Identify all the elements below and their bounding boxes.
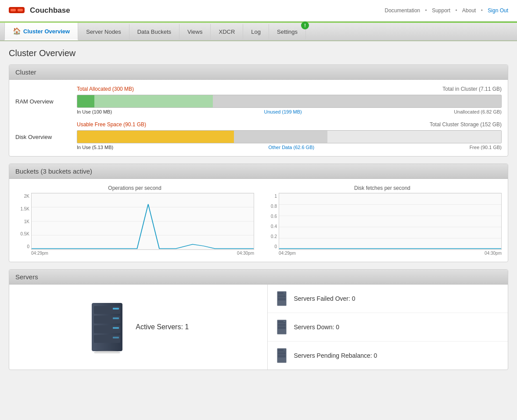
ops-time-start: 04:29pm — [31, 251, 48, 256]
ops-chart-container: Operations per second 2K 1.5K 1K 0.5K 0 — [15, 185, 254, 256]
home-icon: 🏠 — [13, 27, 21, 35]
ram-unallocated-label: Unallocated (6.82 GB) — [454, 109, 502, 114]
ram-unused-label: Unused (199 MB) — [264, 109, 302, 114]
disk-y-04: 0.4 — [263, 224, 277, 229]
svg-rect-30 — [278, 321, 286, 323]
disk-y-06: 0.6 — [263, 214, 277, 219]
nav-settings[interactable]: Settings ! — [269, 24, 306, 39]
ops-y-0: 0 — [15, 244, 29, 249]
disk-inuse-label: In Use (5.13 MB) — [77, 145, 113, 150]
documentation-link[interactable]: Documentation — [385, 7, 420, 14]
ops-y-1k: 1K — [15, 219, 29, 224]
server-stat-down: Servers Down: 0 — [268, 313, 508, 342]
cluster-panel: Cluster Total Allocated (300 MB) Total i… — [9, 64, 508, 157]
ops-y-axis: 2K 1.5K 1K 0.5K 0 — [15, 193, 31, 250]
ram-overview-header: Total Allocated (300 MB) Total in Cluste… — [15, 86, 502, 92]
disk-time-start: 04:29pm — [279, 251, 296, 256]
svg-rect-17 — [94, 325, 120, 333]
svg-rect-37 — [278, 355, 286, 357]
ram-allocated-label: Total Allocated (300 MB) — [77, 86, 134, 92]
disk-bar-wrapper: Disk Overview — [15, 130, 502, 143]
sep2: • — [456, 7, 457, 14]
svg-rect-1 — [11, 9, 16, 11]
disk-free-label: Free (90.1 GB) — [470, 145, 502, 150]
disk-label: Disk Overview — [15, 134, 72, 140]
charts-row: Operations per second 2K 1.5K 1K 0.5K 0 — [15, 185, 502, 256]
ram-inuse-bar — [77, 95, 94, 108]
about-link[interactable]: About — [462, 7, 476, 14]
cluster-panel-body: Total Allocated (300 MB) Total in Cluste… — [9, 80, 508, 156]
server-failedover-icon — [275, 291, 289, 306]
svg-rect-19 — [113, 308, 119, 310]
svg-rect-27 — [278, 298, 286, 300]
servers-rebalance-label: Servers Pending Rebalance: 0 — [294, 352, 377, 359]
svg-rect-28 — [283, 293, 285, 293]
disk-free-bar — [327, 131, 501, 143]
disk-time-end: 04:30pm — [485, 251, 502, 256]
svg-rect-18 — [94, 335, 120, 343]
disk-y-0: 0 — [263, 244, 277, 249]
disk-y-02: 0.2 — [263, 234, 277, 239]
ram-bar — [77, 95, 502, 108]
disk-other-label: Other Data (62.6 GB) — [269, 145, 315, 150]
header-links: Documentation • Support • About • Sign O… — [383, 7, 510, 14]
sep1: • — [425, 7, 427, 14]
nav-views[interactable]: Views — [180, 24, 211, 39]
disk-chart-container: Disk fetches per second 1 0.8 0.6 0.4 0.… — [263, 185, 502, 256]
nav-log[interactable]: Log — [243, 24, 269, 39]
disk-other-bar — [234, 131, 327, 143]
server-stat-rebalance: Servers Pending Rebalance: 0 — [268, 342, 508, 370]
server-rebalance-icon — [275, 348, 289, 363]
svg-rect-33 — [283, 321, 285, 322]
support-link[interactable]: Support — [432, 7, 450, 14]
logo: Couchbase — [7, 4, 70, 18]
disk-chart-footer: 04:29pm 04:30pm — [279, 251, 502, 256]
nav: 🏠 Cluster Overview Server Nodes Data Buc… — [0, 23, 517, 41]
ram-unalloc-bar — [213, 95, 501, 108]
disk-total-label: Total Cluster Storage (152 GB) — [430, 121, 502, 128]
page-title: Cluster Overview — [9, 48, 508, 58]
ops-time-end: 04:30pm — [237, 251, 254, 256]
server-down-icon — [275, 319, 289, 335]
disk-bar-labels: In Use (5.13 MB) Other Data (62.6 GB) Fr… — [77, 145, 502, 150]
buckets-panel-body: Operations per second 2K 1.5K 1K 0.5K 0 — [9, 179, 508, 262]
disk-chart-area — [279, 193, 502, 250]
servers-down-label: Servers Down: 0 — [294, 324, 339, 331]
nav-views-label: Views — [187, 28, 202, 35]
nav-cluster-overview-label: Cluster Overview — [23, 28, 70, 35]
svg-rect-36 — [278, 352, 286, 354]
servers-panel-header: Servers — [9, 270, 508, 285]
svg-rect-22 — [113, 337, 119, 338]
servers-content: Active Servers: 1 Servers Failed Over: 0 — [9, 285, 508, 370]
header: Couchbase Documentation • Support • Abou… — [0, 0, 517, 21]
ram-bar-wrapper: RAM Overview — [15, 95, 502, 108]
nav-server-nodes[interactable]: Server Nodes — [78, 24, 129, 39]
server-image — [87, 301, 127, 353]
logo-text: Couchbase — [30, 6, 70, 15]
svg-rect-16 — [94, 316, 120, 324]
svg-rect-38 — [283, 350, 285, 350]
cluster-title: Cluster — [15, 68, 36, 76]
disk-y-1: 1 — [263, 194, 277, 199]
nav-cluster-overview[interactable]: 🏠 Cluster Overview — [4, 23, 78, 40]
ram-bar-labels: In Use (100 MB) Unused (199 MB) Unalloca… — [77, 109, 502, 114]
ops-chart-footer: 04:29pm 04:30pm — [31, 251, 254, 256]
settings-badge: ! — [301, 21, 309, 29]
svg-rect-26 — [278, 295, 286, 297]
nav-data-buckets[interactable]: Data Buckets — [129, 24, 180, 39]
disk-bar — [77, 130, 502, 143]
cluster-panel-header: Cluster — [9, 65, 508, 80]
server-stat-failedover: Servers Failed Over: 0 — [268, 285, 508, 313]
ops-y-2k: 2K — [15, 194, 29, 199]
nav-data-buckets-label: Data Buckets — [137, 28, 171, 35]
ops-y-05k: 0.5K — [15, 231, 29, 236]
disk-usable-label: Usable Free Space (90.1 GB) — [77, 121, 146, 128]
failed-over-label: Servers Failed Over: 0 — [294, 295, 355, 302]
server-right: Servers Failed Over: 0 Servers Down: 0 — [268, 285, 508, 370]
nav-log-label: Log — [251, 28, 261, 35]
ops-y-15k: 1.5K — [15, 206, 29, 211]
nav-xdcr[interactable]: XDCR — [211, 24, 243, 39]
sign-out-link[interactable]: Sign Out — [488, 7, 508, 14]
disk-chart-with-yaxis: 1 0.8 0.6 0.4 0.2 0 — [263, 193, 502, 250]
buckets-panel: Buckets (3 buckets active) Operations pe… — [9, 164, 508, 262]
